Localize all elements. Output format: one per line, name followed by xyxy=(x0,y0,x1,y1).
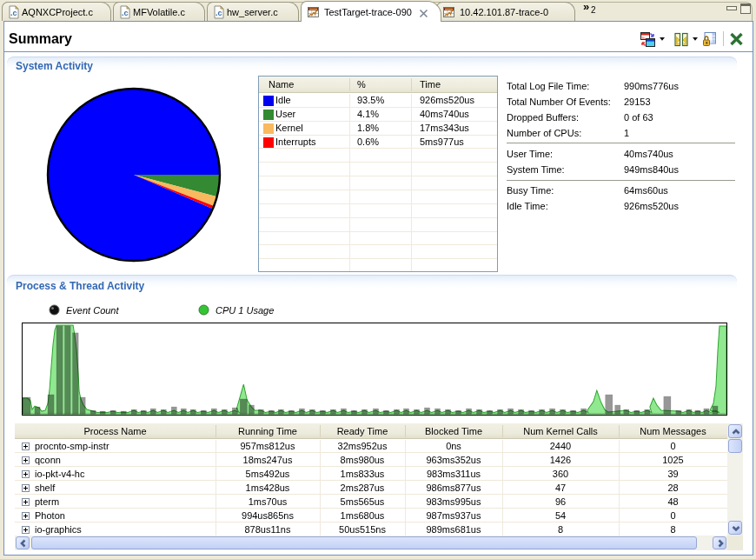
svg-text:.c: .c xyxy=(216,9,222,17)
svg-text:.c: .c xyxy=(122,9,129,17)
svg-text:.c: .c xyxy=(10,9,17,17)
